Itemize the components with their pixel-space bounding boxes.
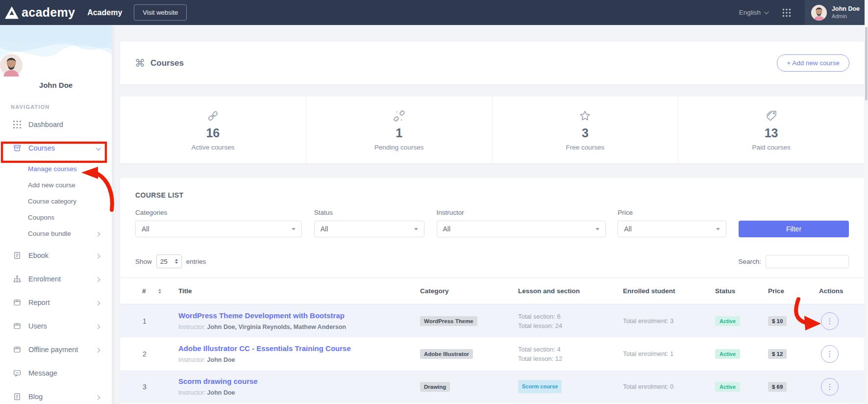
box-icon [13,322,22,330]
header-number: # [120,287,178,295]
logo-text: academy [22,5,75,20]
instructor-label: Instructor: [178,324,206,330]
row-actions-button[interactable]: ⋮ [821,312,839,330]
enrolled-cell: Total enrolment: 3 [623,317,715,325]
page-header: ⌘ Courses + Add new course [120,42,864,84]
category-badge: Drawing [420,382,450,392]
sidebar-item-coupons[interactable]: Coupons [0,209,112,226]
academy-logo[interactable]: academy [4,5,75,20]
enrolled-cell: Total enrolment: 1 [623,350,715,357]
stat-value: 1 [396,126,402,140]
status-cell: Active [715,349,768,359]
sidebar-item-dashboard[interactable]: Dashboard [0,113,112,136]
show-label: Show [135,258,152,265]
entries-label: entries [186,258,206,265]
filter-status: Status All [314,209,424,237]
courses-table: # Title Category Lesson and section Enro… [120,278,864,403]
categories-select[interactable]: All [135,221,302,237]
sidebar-item-ebook[interactable]: Ebook [0,244,112,267]
sidebar-item-enrolment[interactable]: Enrolment [0,267,112,291]
table-row: 2 Adobe Illustrator CC - Essentials Trai… [120,337,864,370]
enrolled-cell: Total enrolment: 0 [623,383,715,390]
course-title-link[interactable]: Scorm drawing course [178,377,258,385]
lesson-section-cell: Scorm course [518,380,623,393]
user-name: John Doe [832,5,860,13]
course-title-cell: WordPress Theme Development with Bootstr… [178,305,420,336]
status-badge: Active [715,382,740,392]
entries-row: Show 25 entries Search: [135,254,849,268]
dropdown-caret-icon [292,228,296,230]
sidebar-profile: John Doe [0,25,112,89]
category-badge: Adobe Illustrator [420,349,473,359]
header-category: Category [420,287,518,295]
course-title-link[interactable]: WordPress Theme Development with Bootstr… [178,311,345,320]
chevron-down-icon [96,144,99,152]
instructor-select[interactable]: All [437,221,606,237]
sidebar-item-blog[interactable]: Blog [0,385,112,404]
course-list-card: COURSE LIST Categories All Status All In… [120,178,864,404]
filter-button[interactable]: Filter [739,221,849,237]
sitemap-icon [13,275,22,283]
chevron-down-icon [764,9,769,14]
course-title-link[interactable]: Adobe Illustrator CC - Essentials Traini… [178,344,351,353]
chevron-right-icon [96,299,99,306]
archive-icon [13,144,22,152]
sidebar-item-courses[interactable]: Courses [0,136,112,160]
chevron-right-icon [96,393,99,401]
sidebar-item-manage-courses[interactable]: Manage courses [0,161,112,177]
row-actions-button[interactable]: ⋮ [821,345,839,363]
table-row: 1 WordPress Theme Development with Boots… [120,304,864,337]
status-cell: Active [715,316,768,326]
stat-label: Active courses [191,144,234,151]
category-cell: Adobe Illustrator [420,349,518,359]
price-cell: $ 69 [768,382,819,392]
command-icon: ⌘ [135,57,145,69]
chevron-right-icon [96,322,99,330]
row-number: 3 [120,383,178,391]
sidebar-item-course-bundle[interactable]: Course bundle [0,226,112,242]
language-selector[interactable]: English [739,9,768,16]
status-badge: Active [715,316,740,326]
chevron-right-icon [96,230,99,237]
visit-website-button[interactable]: Visit website [134,4,187,21]
status-select[interactable]: All [314,221,424,237]
file-icon [13,392,22,401]
add-new-course-button[interactable]: + Add new course [777,54,849,72]
filter-instructor: Instructor All [437,209,606,237]
selected-value: All [142,225,149,233]
row-actions-button[interactable]: ⋮ [821,378,839,396]
price-badge: $ 69 [768,382,787,392]
sort-icon[interactable] [158,289,161,294]
scrollbar-thumb[interactable] [865,27,868,101]
sidebar-item-report[interactable]: Report [0,291,112,314]
page-size-select[interactable]: 25 [156,254,182,268]
sidebar-item-offline-payment[interactable]: Offline payment [0,338,112,361]
total-lesson: Total lesson: 12 [518,354,623,363]
sidebar-item-label: Add new course [28,181,75,189]
box-icon [13,345,22,354]
price-cell: $ 12 [768,349,819,359]
sidebar-item-add-new-course[interactable]: Add new course [0,177,112,193]
selected-value: All [321,225,328,233]
chat-icon [13,369,22,378]
course-title-cell: Adobe Illustrator CC - Essentials Traini… [178,338,420,369]
sidebar-item-label: Coupons [28,214,54,221]
instructor-names: John Doe [207,356,235,363]
stat-value: 13 [765,126,778,140]
tags-icon [765,109,778,123]
broken-link-icon [393,109,406,123]
category-cell: WordPress Theme [420,316,518,326]
stat-pending-courses: 1 Pending courses [306,97,493,163]
sidebar-item-users[interactable]: Users [0,314,112,338]
sidebar-item-course-category[interactable]: Course category [0,193,112,209]
search-input[interactable] [766,255,849,268]
apps-grid-icon[interactable] [782,8,791,17]
user-menu[interactable]: John Doe Admin [805,0,865,25]
instructor-label: Instructor: [178,389,206,396]
page-scrollbar[interactable] [865,0,868,404]
price-select[interactable]: All [618,221,726,237]
search-wrap: Search: [738,255,849,268]
stat-free-courses: 3 Free courses [493,97,679,163]
spinner-icon [175,259,178,264]
sidebar-item-message[interactable]: Message [0,361,112,385]
